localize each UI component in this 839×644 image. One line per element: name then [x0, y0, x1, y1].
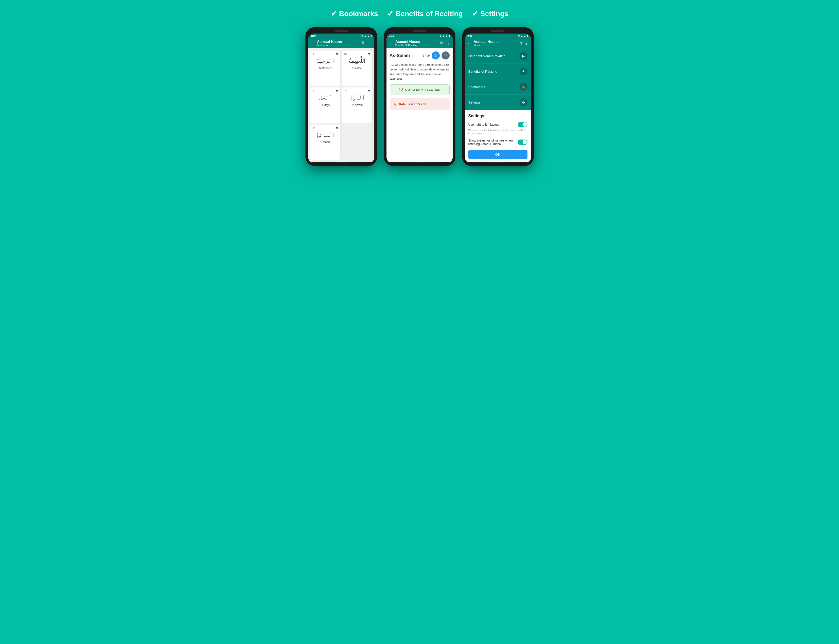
settings-desc-1: When you enable this, the layout will be…: [468, 128, 527, 136]
benefits-content: As-Salam 6 / 99 ⇧ ⬚ He, who repeats this…: [386, 48, 453, 162]
phone3-wifi-icon: ▲: [521, 34, 523, 37]
bookmark-card-ar-raheem[interactable]: 3 ⚑ ٱلرَّحِيمُ Ar-Raheem ⋮: [310, 51, 340, 85]
settings-row-1: Use right to left layout: [468, 122, 527, 127]
phone2-more-icon[interactable]: ⋮: [447, 41, 450, 45]
phone1-app-title: Asmaul Husna: [317, 40, 359, 44]
bookmark-more-4[interactable]: ⋮: [367, 117, 370, 121]
phone1-title-group: Asmaul Husna Bookmarks: [317, 40, 359, 46]
phone2-status-bar: 1:19 ⚙ ▲ ▲ ▮: [386, 34, 453, 38]
phone3-battery-icon: ▮: [527, 34, 528, 37]
phone2-app-subtitle: Benefits Of Reciting: [396, 44, 437, 46]
phone3-back-button[interactable]: ←: [468, 41, 471, 46]
phone3-title-group: Asmaul Husna Menu: [474, 40, 518, 46]
header-item-benefits: ✓ Benefits of Reciting: [387, 9, 463, 18]
bookmark-flag-icon-4: ⚑: [368, 89, 370, 93]
menu-item-benefits-label: Benefits of Reciting: [468, 69, 497, 73]
phone2-appbar: ← Asmaul Husna Benefits Of Reciting 🔍 ⋮: [386, 38, 453, 48]
phone2-search-icon[interactable]: 🔍: [440, 41, 444, 45]
check-icon-1: ✓: [331, 9, 337, 18]
bookmark-more-1[interactable]: ⋮: [335, 80, 339, 84]
phone3-screen: 0:25 ⚙ ▲ ▲ ▮ ← Asmaul Husna Menu ⇧ ⋮: [465, 34, 531, 163]
phone1-appbar-icons: 🔍 ⋮: [361, 41, 372, 45]
dhikr-button[interactable]: 📿 GO TO DHIKR SECTION: [390, 84, 450, 95]
phone3-app-title: Asmaul Husna: [474, 40, 518, 44]
benefits-name: As-Salam: [390, 53, 410, 58]
phone3-more-icon[interactable]: ⋮: [525, 41, 528, 45]
menu-item-bookmarks-label: Bookmarks: [468, 85, 485, 89]
phone2-home-bar: [413, 163, 426, 163]
menu-item-bookmarks[interactable]: Bookmarks 🔖: [465, 79, 531, 95]
phone3-share-icon[interactable]: ⇧: [520, 41, 523, 45]
header-label-benefits: Benefits of Reciting: [396, 10, 463, 18]
bookmark-arabic-4: ٱلْأَوَّلُ: [349, 94, 365, 102]
phone1-back-button[interactable]: ←: [311, 41, 315, 46]
rate-button[interactable]: ★ Rate us with 5 star: [390, 99, 450, 110]
bookmark-more-2[interactable]: ⋮: [367, 80, 370, 84]
check-icon-3: ✓: [472, 9, 478, 18]
bookmark-number-1: 3: [313, 53, 314, 56]
phone2-bottom: [386, 163, 453, 163]
settings-menu-icon: ⚙: [519, 98, 527, 106]
phone-settings: 0:25 ⚙ ▲ ▲ ▮ ← Asmaul Husna Menu ⇧ ⋮: [462, 27, 534, 166]
menu-item-settings[interactable]: Settings ⚙: [465, 95, 531, 110]
phone3-appbar: ← Asmaul Husna Menu ⇧ ⋮: [465, 38, 531, 48]
bookmark-name-3: Al-Hayy: [320, 104, 330, 107]
phone1-home-bar: [335, 163, 348, 163]
bookmark-number-2: 31: [345, 53, 347, 56]
ok-button[interactable]: OK: [468, 150, 527, 159]
bookmark-number-5: 90: [313, 127, 315, 130]
play-icon: ▶: [519, 52, 527, 60]
copy-button[interactable]: ⬚: [442, 51, 450, 59]
bookmark-card-al-lateef[interactable]: 31 ⚑ اللَّطِيفُ Al-Lateef ⋮: [342, 51, 372, 85]
share-button[interactable]: ⇧: [432, 51, 440, 59]
phone1-app-subtitle: Bookmarks: [317, 44, 359, 46]
battery-icon: ▮: [370, 34, 372, 37]
bookmark-card-al-hayy[interactable]: 63 ⚑ ٱلْحَىُّ Al-Hayy ⋮: [310, 87, 340, 123]
phone1-time: 1:19: [311, 34, 316, 37]
phone-bookmarks: 1:19 ⚙ ▲ ▲ ▮ ← Asmaul Husna Bookmarks 🔍 …: [305, 27, 377, 166]
phone2-back-button[interactable]: ←: [389, 41, 393, 46]
dhikr-icon: 📿: [399, 88, 403, 92]
phone2-title-group: Asmaul Husna Benefits Of Reciting: [396, 40, 437, 46]
phone3-status-icons: ⚙ ▲ ▲ ▮: [518, 34, 528, 37]
phone1-search-icon[interactable]: 🔍: [361, 41, 366, 45]
menu-item-listen[interactable]: Listen 99 Names of Allah ▶: [465, 48, 531, 64]
menu-content: Listen 99 Names of Allah ▶ Benefits of R…: [465, 48, 531, 162]
bookmark-name-2: Al-Lateef: [351, 67, 362, 70]
bookmark-number-3: 63: [313, 90, 315, 92]
settings-panel-title: Settings: [468, 113, 527, 118]
bookmark-arabic-3: ٱلْحَىُّ: [319, 94, 332, 102]
phone2-screen: 1:19 ⚙ ▲ ▲ ▮ ← Asmaul Husna Benefits Of …: [386, 34, 453, 163]
phone2-app-title: Asmaul Husna: [396, 40, 437, 44]
menu-item-benefits[interactable]: Benefits of Reciting ★: [465, 64, 531, 79]
bookmark-flag-icon-5: ⚑: [336, 127, 339, 130]
menu-item-settings-label: Settings: [468, 100, 480, 104]
counter-text: 6 / 99: [422, 54, 430, 57]
bookmark-more-5[interactable]: ⋮: [335, 154, 339, 158]
wifi-icon: ▲: [364, 34, 366, 37]
bookmark-arabic-5: ٱلْمَانِعُ: [316, 131, 335, 139]
bookmark-card-al-maani[interactable]: 90 ⚑ ٱلْمَانِعُ Al-Maani' ⋮: [310, 125, 340, 159]
phone2-time: 1:19: [389, 34, 394, 37]
bookmark-flag-icon-3: ⚑: [336, 89, 339, 93]
dhikr-button-label: GO TO DHIKR SECTION: [405, 88, 440, 92]
rate-button-label: Rate us with 5 star: [399, 102, 427, 106]
rtl-toggle[interactable]: [518, 122, 527, 127]
bookmark-name-5: Al-Maani': [320, 140, 331, 143]
phone3-app-subtitle: Menu: [474, 44, 518, 46]
phone1-more-icon[interactable]: ⋮: [368, 41, 372, 45]
bookmark-more-3[interactable]: ⋮: [335, 117, 339, 121]
meanings-toggle[interactable]: [518, 140, 527, 145]
header-label-settings: Settings: [480, 10, 508, 18]
phone2-wifi-icon: ▲: [442, 34, 445, 37]
phone1-bottom: [308, 163, 374, 163]
bookmark-card-al-awwal[interactable]: 73 ⚑ ٱلْأَوَّلُ Al-Awwal ⋮: [342, 87, 372, 123]
phone2-settings-icon: ⚙: [440, 34, 442, 37]
settings-icon: ⚙: [361, 34, 363, 37]
phone1-status-icons: ⚙ ▲ ▲ ▮: [361, 34, 372, 37]
star-menu-icon: ★: [519, 67, 527, 76]
benefits-description: He, who repeats this name 160 times to a…: [390, 62, 450, 81]
phone1-status-bar: 1:19 ⚙ ▲ ▲ ▮: [308, 34, 374, 38]
signal-icon: ▲: [367, 34, 369, 37]
phone3-time: 0:25: [468, 34, 472, 37]
